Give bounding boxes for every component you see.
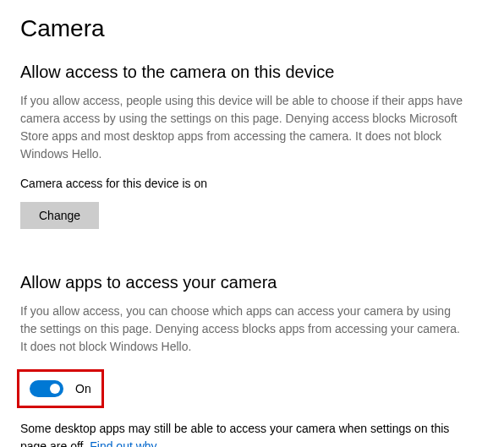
change-button[interactable]: Change <box>20 202 99 229</box>
toggle-knob <box>50 384 60 394</box>
apps-access-toggle-row: On <box>17 369 104 408</box>
footer-note: Some desktop apps may still be able to a… <box>20 420 468 447</box>
section-apps-access-heading: Allow apps to access your camera <box>20 273 484 292</box>
section-device-access-description: If you allow access, people using this d… <box>20 92 468 163</box>
section-apps-access-description: If you allow access, you can choose whic… <box>20 303 468 356</box>
device-access-status: Camera access for this device is on <box>20 177 484 190</box>
section-device-access-heading: Allow access to the camera on this devic… <box>20 63 484 82</box>
page-title: Camera <box>20 15 484 42</box>
find-out-why-link[interactable]: Find out why <box>90 439 156 447</box>
apps-access-toggle[interactable] <box>30 380 63 397</box>
toggle-state-label: On <box>75 382 91 395</box>
footer-text: Some desktop apps may still be able to a… <box>20 422 449 447</box>
